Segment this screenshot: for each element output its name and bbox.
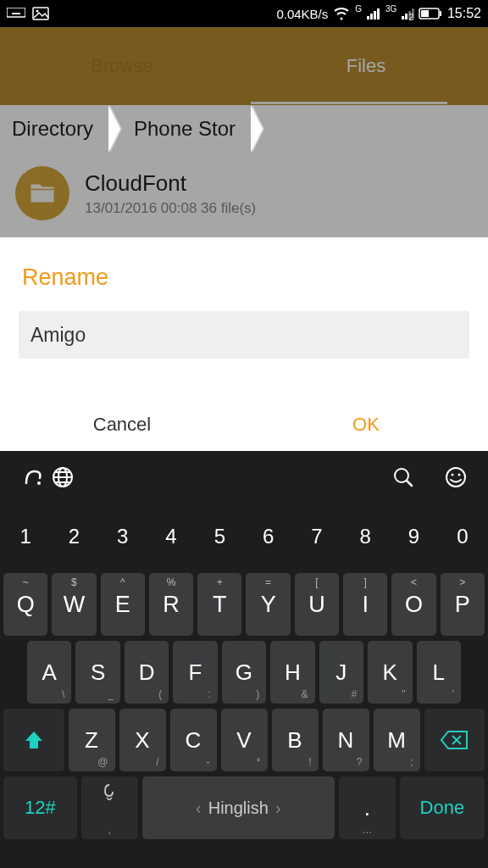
- file-meta: 13/01/2016 00:08 36 file(s): [85, 200, 256, 217]
- svg-rect-13: [405, 14, 408, 19]
- key-j[interactable]: J#: [319, 641, 363, 704]
- key-3[interactable]: 3: [101, 505, 145, 568]
- key-y[interactable]: =Y: [246, 573, 290, 636]
- svg-point-7: [36, 10, 39, 13]
- net-3g: 3G: [385, 4, 396, 14]
- key-d[interactable]: D(: [125, 641, 169, 704]
- rename-dialog: Rename Amigo Cancel OK: [0, 237, 488, 457]
- tab-underline: [251, 102, 447, 104]
- soft-keyboard: 1234567890 ~Q$W^E%R+T=Y[U]I<O>P A\S_D(F:…: [0, 451, 488, 868]
- clock: 15:52: [447, 6, 481, 21]
- period-key[interactable]: . …: [339, 776, 396, 839]
- key-p[interactable]: >P: [441, 573, 485, 636]
- svg-point-28: [452, 474, 454, 476]
- breadcrumb: Directory Phone Stor: [0, 105, 488, 153]
- search-icon[interactable]: [388, 462, 419, 492]
- svg-rect-10: [374, 11, 376, 19]
- key-6[interactable]: 6: [246, 505, 290, 568]
- emoji-icon[interactable]: [441, 462, 471, 492]
- status-bar: 0.04KB/s G 3G 2 15:52: [0, 0, 488, 27]
- key-c[interactable]: C-: [170, 709, 217, 771]
- key-t[interactable]: +T: [197, 573, 241, 636]
- signal-sim1-icon: [367, 8, 380, 19]
- g-indicator: G: [355, 4, 362, 14]
- key-k[interactable]: K": [368, 641, 412, 704]
- key-5[interactable]: 5: [197, 505, 241, 568]
- key-q[interactable]: ~Q: [3, 573, 47, 636]
- key-m[interactable]: M;: [374, 709, 420, 771]
- network-speed: 0.04KB/s: [276, 7, 328, 21]
- ok-button[interactable]: OK: [244, 392, 488, 457]
- svg-rect-11: [377, 8, 380, 19]
- key-v[interactable]: V*: [221, 709, 268, 771]
- key-g[interactable]: G): [222, 641, 266, 704]
- file-name: CloudFont: [85, 170, 256, 197]
- svg-rect-9: [370, 14, 373, 19]
- svg-point-27: [446, 468, 465, 487]
- key-s[interactable]: S_: [75, 641, 119, 704]
- rename-input-value: Amigo: [30, 324, 86, 347]
- backspace-key[interactable]: [424, 709, 485, 771]
- key-8[interactable]: 8: [343, 505, 387, 568]
- key-z[interactable]: Z@: [69, 709, 115, 771]
- key-x[interactable]: X/: [119, 709, 166, 771]
- key-o[interactable]: <O: [391, 573, 435, 636]
- numeric-switch-key[interactable]: 12#: [3, 776, 77, 839]
- wifi-icon: [333, 7, 350, 20]
- breadcrumb-phone-storage[interactable]: Phone Stor: [122, 105, 251, 153]
- cancel-button[interactable]: Cancel: [0, 392, 244, 457]
- key-0[interactable]: 0: [441, 505, 485, 568]
- keyboard-indicator-icon: [7, 8, 25, 19]
- svg-line-26: [407, 481, 412, 486]
- rename-input[interactable]: Amigo: [19, 311, 469, 359]
- key-7[interactable]: 7: [295, 505, 339, 568]
- key-u[interactable]: [U: [295, 573, 339, 636]
- battery-icon: [419, 8, 442, 19]
- breadcrumb-directory[interactable]: Directory: [0, 105, 108, 153]
- key-1[interactable]: 1: [3, 505, 47, 568]
- svg-rect-17: [440, 11, 441, 16]
- folder-icon: [15, 166, 69, 220]
- svg-point-19: [37, 481, 41, 485]
- key-h[interactable]: H&: [270, 641, 314, 704]
- tab-browse[interactable]: Browse: [0, 30, 244, 103]
- key-2[interactable]: 2: [52, 505, 96, 568]
- globe-icon[interactable]: [47, 462, 78, 492]
- comma-key[interactable]: ,: [81, 776, 138, 839]
- key-i[interactable]: ]I: [343, 573, 387, 636]
- key-w[interactable]: $W: [52, 573, 96, 636]
- key-n[interactable]: N?: [323, 709, 369, 771]
- touchpal-logo-icon[interactable]: [17, 462, 47, 492]
- tab-files[interactable]: Files: [244, 30, 488, 103]
- key-f[interactable]: F:: [173, 641, 217, 704]
- picture-indicator-icon: [32, 7, 49, 20]
- dialog-title: Rename: [0, 264, 488, 311]
- shift-key[interactable]: [3, 709, 64, 771]
- svg-rect-8: [367, 16, 369, 19]
- svg-rect-18: [421, 10, 429, 17]
- top-tabs: Browse Files: [0, 27, 488, 105]
- key-9[interactable]: 9: [391, 505, 435, 568]
- svg-rect-0: [7, 8, 25, 17]
- key-e[interactable]: ^E: [101, 573, 145, 636]
- key-4[interactable]: 4: [149, 505, 193, 568]
- file-row[interactable]: CloudFont 13/01/2016 00:08 36 file(s): [0, 153, 488, 234]
- key-l[interactable]: L': [417, 641, 461, 704]
- key-a[interactable]: A\: [27, 641, 71, 704]
- key-b[interactable]: B!: [272, 709, 319, 771]
- svg-rect-12: [402, 16, 404, 19]
- key-r[interactable]: %R: [149, 573, 193, 636]
- svg-point-29: [458, 474, 461, 476]
- done-key[interactable]: Done: [400, 776, 485, 839]
- space-key[interactable]: ‹ Hinglish ›: [142, 776, 335, 839]
